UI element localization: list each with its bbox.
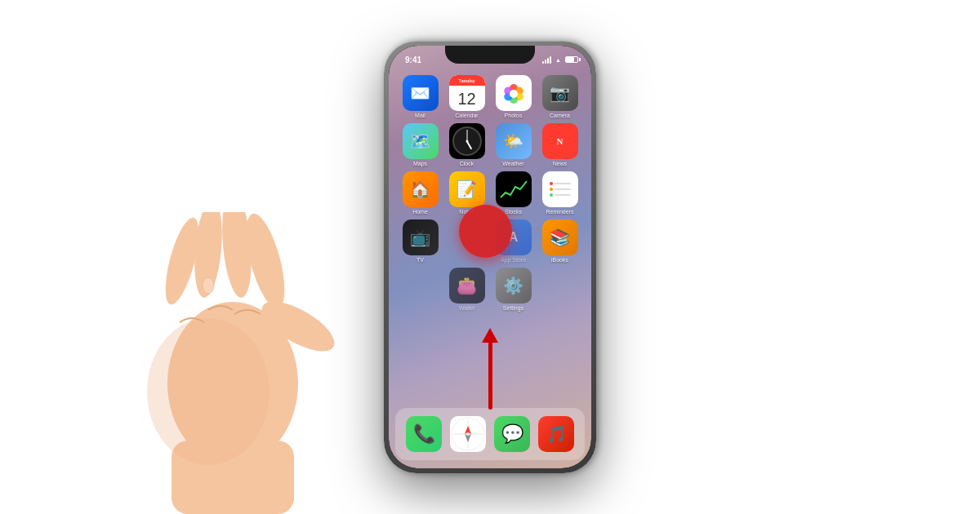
app-label-home: Home xyxy=(412,209,428,215)
app-icon-news[interactable]: N News xyxy=(540,123,581,166)
stocks-chart-svg xyxy=(499,175,528,204)
app-label-settings: Settings xyxy=(503,305,523,311)
app-row-5: 👛 Wallet ⚙️ Settings xyxy=(397,268,583,311)
app-label-news: News xyxy=(553,161,568,166)
app-icon-clock[interactable]: Clock xyxy=(447,123,488,166)
app-icon-mail[interactable]: ✉️ Mail xyxy=(400,75,441,118)
svg-point-15 xyxy=(510,90,518,98)
app-row-2: 🗺️ Maps xyxy=(397,123,583,166)
app-icon-camera[interactable]: 📷 Camera xyxy=(540,75,581,118)
scene: 9:41 ▲ xyxy=(0,0,980,514)
dock-icon-phone[interactable]: 📞 xyxy=(404,416,443,452)
battery-icon xyxy=(565,56,578,63)
reminder-item-1 xyxy=(550,182,571,185)
app-icon-maps[interactable]: 🗺️ Maps xyxy=(400,123,441,166)
app-label-appstore: App Store xyxy=(501,257,526,263)
wifi-icon: ▲ xyxy=(555,57,561,63)
app-icon-reminders[interactable]: Reminders xyxy=(540,171,581,215)
app-icon-wallet[interactable]: 👛 Wallet xyxy=(447,268,488,311)
dock-icon-music[interactable]: 🎵 xyxy=(537,416,576,452)
phone-screen: 9:41 ▲ xyxy=(389,46,591,468)
reminder-item-3 xyxy=(550,193,571,197)
dock-icon-messages[interactable]: 💬 xyxy=(492,416,532,452)
photos-icon-svg xyxy=(500,79,528,107)
calendar-date: 12 xyxy=(457,91,475,107)
app-label-tv: TV xyxy=(416,257,424,263)
phone-body: 9:41 ▲ xyxy=(384,41,596,473)
app-label-camera: Camera xyxy=(550,113,570,118)
gesture-arrow xyxy=(482,328,498,410)
gesture-finger-indicator xyxy=(459,205,512,258)
app-icon-weather[interactable]: 🌤️ Weather xyxy=(493,123,534,166)
app-icon-ibooks[interactable]: 📚 iBooks xyxy=(540,219,581,263)
dock-icon-safari[interactable] xyxy=(448,416,488,452)
app-icon-home[interactable]: 🏠 Home xyxy=(400,171,441,215)
svg-point-8 xyxy=(147,318,270,465)
status-time: 9:41 xyxy=(405,55,421,64)
app-row-1: ✉️ Mail Tuesday 12 xyxy=(397,75,583,118)
app-label-clock: Clock xyxy=(460,161,474,166)
app-label-wallet: Wallet xyxy=(459,305,474,311)
app-label-maps: Maps xyxy=(413,161,427,166)
app-label-stocks: Stocks xyxy=(505,209,522,215)
app-icon-tv[interactable]: 📺 TV xyxy=(400,219,441,263)
reminder-item-2 xyxy=(550,188,571,191)
app-label-weather: Weather xyxy=(502,161,523,166)
safari-icon-svg xyxy=(450,416,486,452)
app-label-ibooks: iBooks xyxy=(551,257,568,263)
hand-illustration xyxy=(45,212,355,514)
app-label-reminders: Reminders xyxy=(546,209,574,215)
phone-notch xyxy=(445,46,535,64)
arrow-line xyxy=(488,342,492,410)
svg-point-7 xyxy=(203,277,214,294)
signal-bars-icon xyxy=(542,56,551,64)
app-icon-settings[interactable]: ⚙️ Settings xyxy=(493,268,534,311)
calendar-day-label: Tuesday xyxy=(459,78,475,83)
app-icon-calendar[interactable]: Tuesday 12 Calendar xyxy=(447,75,488,118)
app-dock: 📞 xyxy=(395,408,585,460)
arrow-head-icon xyxy=(482,328,498,343)
app-label-calendar: Calendar xyxy=(455,113,478,118)
app-grid: ✉️ Mail Tuesday 12 xyxy=(389,72,591,319)
app-label-photos: Photos xyxy=(505,113,523,118)
status-icons: ▲ xyxy=(542,56,578,64)
app-icon-photos[interactable]: Photos xyxy=(493,75,534,118)
clock-face xyxy=(452,126,482,156)
app-label-mail: Mail xyxy=(415,113,425,118)
